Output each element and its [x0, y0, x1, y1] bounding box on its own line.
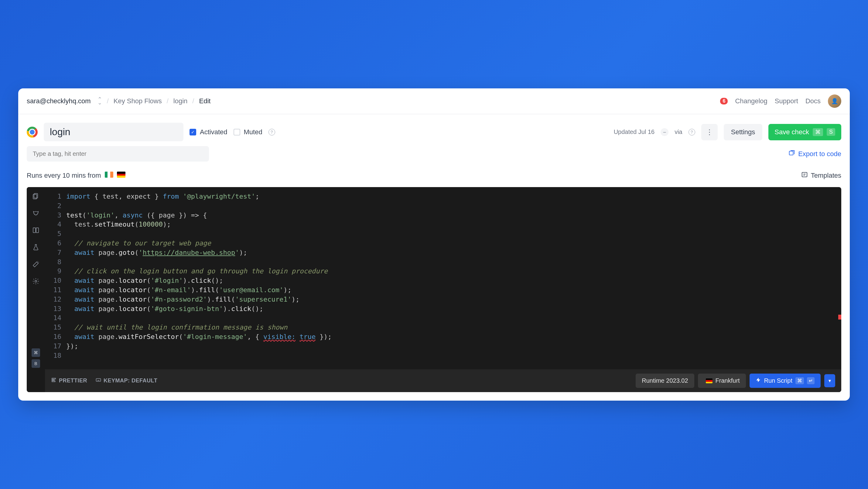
svg-rect-7 [52, 378, 56, 379]
svg-point-6 [35, 280, 37, 282]
nav-changelog[interactable]: Changelog [735, 97, 767, 105]
account-switcher-icon[interactable]: ⌃⌄ [97, 98, 102, 104]
nav-support[interactable]: Support [775, 97, 798, 105]
activated-label: Activated [200, 128, 227, 136]
second-row: Export to code [18, 141, 850, 166]
svg-rect-1 [802, 173, 807, 177]
files-icon[interactable] [32, 192, 40, 201]
export-label: Export to code [798, 150, 841, 158]
keymap-button[interactable]: KEYMAP: DEFAULT [96, 377, 157, 384]
svg-rect-10 [96, 379, 101, 381]
top-bar: sara@checklyhq.com ⌃⌄ / Key Shop Flows /… [18, 88, 850, 114]
checkbox-checked-icon[interactable]: ✓ [189, 129, 196, 135]
check-name-input[interactable] [44, 123, 183, 141]
code-lines[interactable]: import { test, expect } from '@playwrigh… [66, 192, 841, 364]
save-label: Save check [774, 128, 809, 136]
updated-text: Updated Jul 16 [614, 128, 655, 135]
prettier-label: PRETTIER [59, 377, 87, 384]
wand-icon[interactable] [32, 260, 40, 269]
kbd-b: B [32, 359, 40, 368]
gear-icon[interactable] [32, 277, 40, 285]
header-right: Updated Jul 16 – via ? ⋮ Settings Save c… [614, 124, 841, 140]
help-icon[interactable]: ? [269, 129, 275, 135]
lightning-icon [756, 377, 761, 384]
split-icon[interactable] [32, 226, 40, 235]
kbd-cmd: ⌘ [813, 128, 823, 136]
svg-rect-5 [36, 228, 38, 233]
svg-rect-4 [33, 228, 35, 233]
error-marker-icon[interactable] [838, 315, 841, 319]
changelog-badge: 6 [720, 98, 728, 104]
muted-toggle[interactable]: Muted [234, 128, 262, 136]
muted-label: Muted [244, 128, 262, 136]
breadcrumb-sep: / [107, 97, 109, 105]
flag-germany-icon [706, 378, 713, 383]
svg-rect-8 [52, 380, 54, 380]
editor-sidebar: ⌘ B [27, 187, 45, 392]
header-row: ✓ Activated Muted ? Updated Jul 16 – via… [27, 123, 841, 141]
top-nav-right: 6 Changelog Support Docs 👤 [720, 94, 841, 108]
app-window: sara@checklyhq.com ⌃⌄ / Key Shop Flows /… [18, 88, 850, 401]
breadcrumb-check[interactable]: login [174, 97, 187, 105]
export-to-code-link[interactable]: Export to code [788, 150, 841, 158]
mask-icon[interactable] [32, 209, 40, 217]
templates-label: Templates [811, 172, 841, 180]
location-label: Frankfurt [716, 377, 740, 384]
flask-icon[interactable] [32, 243, 40, 251]
breadcrumb-action: Edit [199, 97, 211, 105]
code-area: 123456789101112131415161718 import { tes… [45, 187, 841, 392]
flag-germany-icon [117, 172, 125, 178]
runtime-button[interactable]: Runtime 2023.02 [636, 374, 694, 388]
keyboard-icon [96, 377, 101, 384]
breadcrumb: sara@checklyhq.com ⌃⌄ / Key Shop Flows /… [27, 97, 211, 105]
breadcrumb-sep: / [192, 97, 194, 105]
export-icon [788, 150, 795, 158]
sidebar-shortcut-hint: ⌘ B [32, 348, 40, 368]
keymap-label: KEYMAP: DEFAULT [103, 377, 157, 384]
location-button[interactable]: Frankfurt [698, 374, 746, 388]
run-dropdown-button[interactable]: ▾ [824, 374, 835, 387]
svg-rect-9 [52, 381, 55, 382]
editor-footer: PRETTIER KEYMAP: DEFAULT Runtime 2023.02… [45, 369, 841, 392]
schedule-info: Runs every 10 mins from [27, 172, 125, 180]
chrome-icon [27, 127, 38, 137]
help-icon[interactable]: ? [688, 129, 695, 135]
kbd-enter: ↵ [807, 377, 814, 384]
svg-rect-0 [789, 151, 793, 155]
code-editor: ⌘ B 123456789101112131415161718 import {… [27, 187, 841, 392]
flag-ireland-icon [105, 172, 113, 178]
chevron-down-icon: ▾ [829, 378, 831, 383]
author-placeholder-icon: – [660, 128, 669, 136]
tag-input[interactable] [27, 146, 209, 161]
kbd-cmd: ⌘ [796, 377, 804, 384]
breadcrumb-group[interactable]: Key Shop Flows [114, 97, 162, 105]
templates-icon [801, 171, 808, 180]
prettier-button[interactable]: PRETTIER [51, 377, 87, 384]
third-row: Runs every 10 mins from Templates [18, 166, 850, 187]
breadcrumb-sep: / [167, 97, 168, 105]
run-label: Run Script [764, 377, 793, 384]
templates-button[interactable]: Templates [801, 171, 841, 180]
settings-button[interactable]: Settings [724, 124, 763, 140]
run-script-button[interactable]: Run Script ⌘ ↵ [749, 374, 820, 388]
checkbox-unchecked-icon[interactable] [234, 129, 240, 135]
line-gutter: 123456789101112131415161718 [45, 192, 66, 364]
code-main[interactable]: 123456789101112131415161718 import { tes… [45, 187, 841, 369]
avatar[interactable]: 👤 [828, 94, 841, 108]
kbd-cmd: ⌘ [32, 348, 40, 357]
via-text: via [675, 128, 682, 135]
nav-docs[interactable]: Docs [805, 97, 820, 105]
save-check-button[interactable]: Save check ⌘ S [768, 124, 841, 140]
activated-toggle[interactable]: ✓ Activated [189, 128, 227, 136]
footer-right: Runtime 2023.02 Frankfurt Run Script ⌘ ↵ [636, 374, 835, 388]
kbd-s: S [827, 128, 835, 136]
runs-text: Runs every 10 mins from [27, 172, 101, 179]
footer-left: PRETTIER KEYMAP: DEFAULT [51, 377, 157, 384]
prettier-icon [51, 377, 57, 384]
header-section: ✓ Activated Muted ? Updated Jul 16 – via… [18, 114, 850, 141]
more-vertical-icon: ⋮ [706, 128, 713, 136]
breadcrumb-email[interactable]: sara@checklyhq.com [27, 97, 91, 105]
more-menu-button[interactable]: ⋮ [701, 124, 718, 140]
